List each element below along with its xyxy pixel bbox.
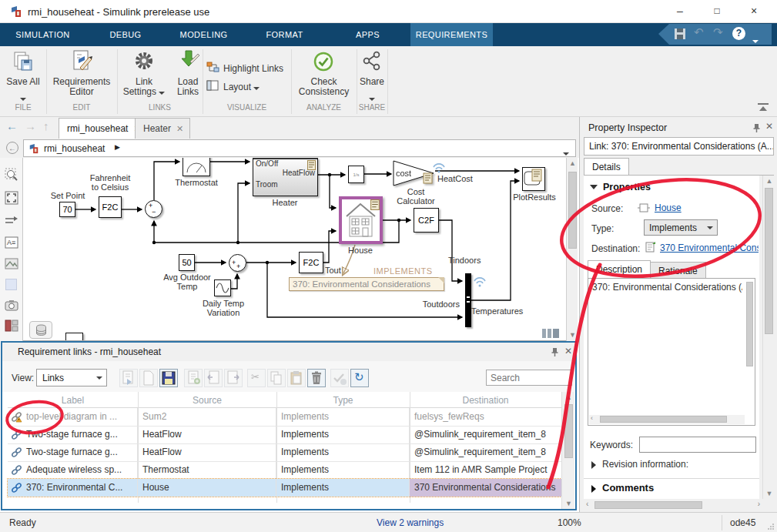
demote-button[interactable] [224, 369, 243, 387]
block-f2c2[interactable]: F2C [299, 252, 323, 273]
col-header-source[interactable]: Source [138, 395, 276, 406]
block-daily-temp-variation[interactable] [214, 279, 231, 296]
source-value-link[interactable]: House [655, 202, 682, 213]
view-dropdown[interactable]: Links [36, 369, 107, 386]
canvas-grip[interactable] [542, 329, 546, 338]
col-header-label[interactable]: Label [8, 395, 138, 406]
load-links-button[interactable]: Load Links [171, 77, 205, 97]
collapse-ribbon-button[interactable] [756, 103, 772, 114]
layout-icon[interactable] [206, 80, 219, 91]
table-row[interactable]: top-level diagram in ... Sum2 Implements… [8, 408, 561, 426]
block-sum1[interactable]: + − [145, 200, 162, 218]
requirement-note[interactable]: 370: Environmental Considerations [289, 277, 444, 291]
save-icon[interactable] [674, 28, 686, 40]
tab-description[interactable]: Description [588, 260, 651, 278]
requirements-editor-icon[interactable] [71, 49, 94, 72]
requirements-editor-button[interactable]: Requirements Editor [46, 77, 117, 97]
scroll-up-icon[interactable]: ▲ [567, 159, 578, 167]
scroll-down-icon[interactable]: ▼ [567, 331, 578, 339]
tab-debug[interactable]: DEBUG [106, 23, 145, 46]
cut-button[interactable]: ✂ [247, 369, 266, 387]
canvas-vscrollbar[interactable]: ▲ ▼ [566, 158, 578, 341]
description-hscroll[interactable]: ‹ [589, 415, 745, 424]
resize-grip[interactable] [767, 523, 775, 530]
tab-requirements[interactable]: REQUIREMENTS × [410, 23, 493, 46]
description-vscroll[interactable] [746, 282, 753, 366]
tab-format[interactable]: FORMAT [263, 23, 306, 46]
minimize-button[interactable]: – [664, 0, 696, 22]
table-vscrollbar[interactable]: ▲ ▼ [561, 392, 574, 509]
delete-button[interactable] [307, 369, 326, 387]
collapse-icon[interactable] [590, 185, 598, 189]
share-dropdown-icon[interactable] [369, 90, 375, 104]
save-links-button[interactable] [159, 369, 178, 387]
block-house-selected[interactable] [339, 196, 383, 244]
tab-simulation[interactable]: SIMULATION [14, 23, 72, 46]
canvas-grip[interactable] [548, 329, 551, 338]
maximize-button[interactable]: □ [701, 0, 733, 22]
annotation-tool-icon[interactable]: A≡ [5, 236, 18, 249]
doc-tab-heater[interactable]: Heater✕ [135, 118, 190, 139]
screenshot-tool-icon[interactable] [5, 299, 18, 313]
save-all-button[interactable]: Save All [0, 77, 46, 87]
scroll-up-icon[interactable]: ▲ [562, 393, 575, 401]
pin-icon[interactable] [551, 347, 559, 357]
pin-icon[interactable] [752, 123, 761, 133]
scroll-up-icon[interactable]: ▲ [763, 177, 775, 185]
block-sum2[interactable]: + + [229, 254, 246, 272]
block-c2f[interactable]: C2F [414, 208, 439, 233]
properties-header[interactable]: Properties [603, 182, 651, 192]
tab-modeling[interactable]: MODELING [179, 23, 229, 46]
scroll-down-icon[interactable]: ▼ [763, 490, 775, 497]
check-consistency-icon[interactable] [313, 51, 334, 72]
block-partial[interactable] [65, 333, 83, 341]
scroll-down-icon[interactable]: ▼ [562, 500, 575, 507]
add-requirement-button[interactable] [184, 369, 203, 387]
scroll-right-icon[interactable]: › [758, 500, 760, 508]
block-plotresults[interactable] [522, 167, 545, 191]
link-settings-button[interactable]: Link Settings [119, 77, 169, 97]
doc-tab2-close-icon[interactable]: ✕ [176, 124, 183, 133]
block-thermostat[interactable] [183, 158, 210, 176]
table-row[interactable]: Two-stage furnace g... HeatFlow Implemen… [8, 426, 561, 443]
canvas-grip[interactable] [553, 329, 559, 338]
back-icon[interactable]: ← [6, 119, 18, 132]
table-row[interactable]: Adequate wireless sp... Thermostat Imple… [8, 461, 561, 479]
inspector-hscrollbar[interactable]: ‹ › [584, 500, 762, 510]
comments-section[interactable]: Comments [602, 482, 654, 494]
image-tool-icon[interactable] [5, 257, 18, 271]
tab-details[interactable]: Details [584, 158, 629, 176]
block-f2c[interactable]: F2C [99, 196, 122, 218]
description-textarea[interactable]: 370: Environmental Considerations (AMR_S… [588, 278, 755, 426]
save-all-icon[interactable] [12, 51, 34, 72]
refresh-button[interactable]: ↻ [350, 369, 369, 387]
block-integrator[interactable]: 1/s [348, 166, 364, 183]
share-button[interactable]: Share [357, 77, 387, 87]
save-all-dropdown-icon[interactable] [20, 90, 26, 104]
check-consistency-button[interactable]: Check Consistency [291, 77, 357, 97]
expand-icon[interactable] [591, 461, 596, 469]
tab-apps[interactable]: APPS [350, 23, 385, 46]
revision-information-section[interactable]: Revision information: [602, 459, 688, 470]
zoom-tool-icon[interactable] [5, 168, 18, 182]
breadcrumb[interactable]: rmi_househeat [44, 143, 105, 154]
undo-icon[interactable]: ↶ [694, 25, 704, 39]
keywords-input[interactable] [639, 437, 756, 453]
area-tool-icon[interactable] [5, 279, 17, 290]
property-inspector-close-icon[interactable]: ✕ [765, 121, 773, 132]
close-button[interactable]: × [738, 0, 770, 22]
help-dropdown-icon[interactable] [752, 32, 759, 46]
highlight-links-icon[interactable] [206, 62, 219, 73]
load-links-icon[interactable] [178, 49, 199, 71]
inspector-vscrollbar[interactable]: ▲ ▼ [762, 176, 775, 499]
col-header-type[interactable]: Type [276, 395, 410, 406]
up-icon[interactable]: ↑ [43, 119, 49, 132]
forward-icon[interactable]: → [25, 119, 36, 132]
block-set-point[interactable]: 70 [59, 202, 75, 217]
verify-button[interactable] [330, 369, 349, 387]
signal-routing-icon[interactable] [5, 214, 18, 228]
fit-to-view-icon[interactable] [5, 191, 18, 205]
destination-value-link[interactable]: 370 Environmental Conside [660, 243, 759, 253]
promote-button[interactable] [204, 369, 223, 387]
block-mux-temperatures[interactable] [465, 273, 471, 327]
